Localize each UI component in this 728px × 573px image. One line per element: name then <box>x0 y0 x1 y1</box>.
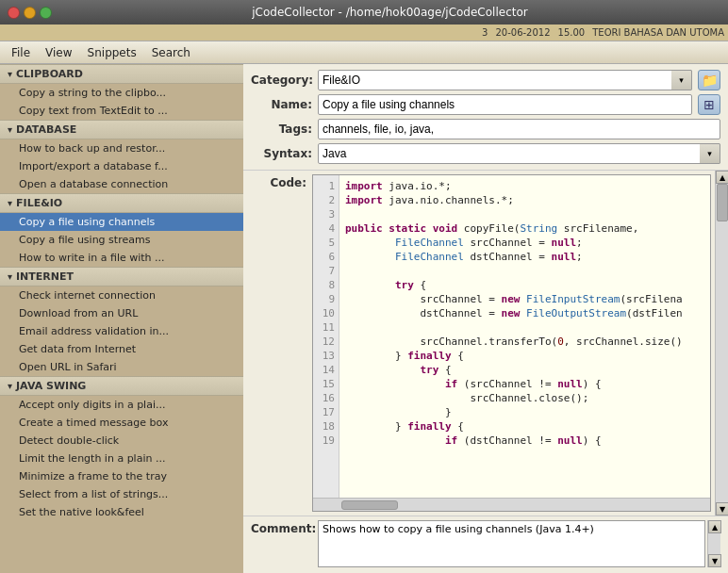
category-select-wrapper: ▾ <box>318 70 692 90</box>
syntax-select-wrapper: ▾ <box>318 143 720 164</box>
comment-scrollbar[interactable]: ▲ ▼ <box>707 520 720 567</box>
tags-label: Tags: <box>251 123 312 136</box>
category-label: Category: <box>251 74 312 87</box>
sidebar-item-copy-text[interactable]: Copy text from TextEdit to ... <box>0 102 243 120</box>
sidebar-item-backup[interactable]: How to back up and restor... <box>0 139 243 157</box>
sidebar-wrapper: CLIPBOARD Copy a string to the clipbo...… <box>0 64 243 573</box>
window-title: jCodeCollector - /home/hok00age/jCodeCol… <box>59 6 720 19</box>
sidebar-item-download-url[interactable]: Download from an URL <box>0 304 243 322</box>
scroll-up-button[interactable]: ▲ <box>716 171 728 184</box>
sidebar-item-write-file[interactable]: How to write in a file with ... <box>0 249 243 267</box>
sidebar: CLIPBOARD Copy a string to the clipbo...… <box>0 64 243 573</box>
sidebar-item-double-click[interactable]: Detect double-click <box>0 432 243 450</box>
comment-section: Comment: Shows how to copy a file using … <box>243 516 728 573</box>
syntax-row: Syntax: ▾ <box>251 143 720 164</box>
titlebar: jCodeCollector - /home/hok00age/jCodeCol… <box>0 0 728 25</box>
sidebar-item-open-url[interactable]: Open URL in Safari <box>0 358 243 376</box>
line-num-1: 1 <box>317 179 335 193</box>
category-row: Category: ▾ 📁 <box>251 70 720 90</box>
taskbar-time: 15.00 <box>558 27 586 38</box>
menu-view[interactable]: View <box>38 44 79 61</box>
right-panel: Category: ▾ 📁 Name: ⊞ Tags: Syntax: <box>243 64 728 573</box>
line-num-12: 12 <box>317 335 335 349</box>
sidebar-item-timed-msg[interactable]: Create a timed message box <box>0 414 243 432</box>
line-num-15: 15 <box>317 377 335 391</box>
name-input[interactable] <box>318 94 692 115</box>
horizontal-scrollbar[interactable] <box>313 498 710 511</box>
sidebar-item-db-connection[interactable]: Open a database connection <box>0 175 243 193</box>
taskbar-strip: 3 20-06-2012 15.00 TEORI BAHASA DAN UTOM… <box>0 25 728 41</box>
form-area: Category: ▾ 📁 Name: ⊞ Tags: Syntax: <box>243 64 728 171</box>
line-num-10: 10 <box>317 306 335 320</box>
sidebar-item-get-data[interactable]: Get data from Internet <box>0 340 243 358</box>
syntax-dropdown-arrow[interactable]: ▾ <box>700 143 720 164</box>
sidebar-item-native-look[interactable]: Set the native look&feel <box>0 503 243 521</box>
line-num-7: 7 <box>317 264 335 278</box>
sidebar-item-limit-length[interactable]: Limit the length in a plain ... <box>0 450 243 467</box>
line-num-11: 11 <box>317 320 335 335</box>
syntax-label: Syntax: <box>251 147 312 160</box>
close-button[interactable] <box>8 7 20 19</box>
menu-search[interactable]: Search <box>144 44 198 61</box>
comment-label: Comment: <box>251 520 312 567</box>
name-row: Name: ⊞ <box>251 94 720 115</box>
category-dropdown-arrow[interactable]: ▾ <box>671 70 692 90</box>
category-input[interactable] <box>318 70 692 90</box>
scroll-down-button[interactable]: ▼ <box>716 502 728 516</box>
line-num-18: 18 <box>317 419 335 434</box>
sidebar-item-check-internet[interactable]: Check internet connection <box>0 286 243 304</box>
code-label: Code: <box>251 171 312 516</box>
code-editor[interactable]: import java.io.*; import java.nio.channe… <box>339 175 710 498</box>
minimize-button[interactable] <box>24 7 36 19</box>
line-numbers: 1 2 3 4 5 6 7 8 9 10 11 12 13 14 <box>313 175 339 498</box>
window-controls <box>8 7 52 19</box>
name-icon-button[interactable]: ⊞ <box>698 94 720 115</box>
line-num-9: 9 <box>317 292 335 306</box>
taskbar-date: 20-06-2012 <box>495 27 550 38</box>
sidebar-group-internet: INTERNET <box>0 267 243 286</box>
sidebar-item-digits[interactable]: Accept only digits in a plai... <box>0 396 243 414</box>
line-num-3: 3 <box>317 207 335 221</box>
main-layout: CLIPBOARD Copy a string to the clipbo...… <box>0 64 728 573</box>
sidebar-item-email-validation[interactable]: Email address validation in... <box>0 322 243 340</box>
tags-row: Tags: <box>251 119 720 139</box>
code-vertical-scrollbar[interactable]: ▲ ▼ <box>715 171 728 516</box>
menu-snippets[interactable]: Snippets <box>80 44 144 61</box>
maximize-button[interactable] <box>40 7 52 19</box>
line-num-17: 17 <box>317 405 335 419</box>
menubar: File View Snippets Search <box>0 41 728 64</box>
sidebar-item-import-export[interactable]: Import/export a database f... <box>0 157 243 175</box>
line-num-2: 2 <box>317 193 335 207</box>
sidebar-item-select-list[interactable]: Select from a list of strings... <box>0 485 243 503</box>
taskbar-tab: 3 <box>482 27 488 38</box>
hscroll-thumb[interactable] <box>341 500 398 510</box>
scroll-thumb[interactable] <box>717 184 728 221</box>
line-num-13: 13 <box>317 349 335 363</box>
tags-input[interactable] <box>318 119 720 139</box>
comment-scroll-up[interactable]: ▲ <box>708 520 721 533</box>
sidebar-item-copy-string[interactable]: Copy a string to the clipbo... <box>0 84 243 102</box>
name-label: Name: <box>251 98 312 111</box>
line-num-14: 14 <box>317 363 335 377</box>
sidebar-item-copy-channels[interactable]: Copy a file using channels <box>0 213 243 231</box>
sidebar-group-database: DATABASE <box>0 120 243 139</box>
scroll-track <box>716 184 728 502</box>
sidebar-group-clipboard: CLIPBOARD <box>0 64 243 84</box>
line-num-4: 4 <box>317 221 335 236</box>
sidebar-group-javaswing: JAVA SWING <box>0 376 243 396</box>
sidebar-group-fileio: FILE&IO <box>0 193 243 213</box>
line-num-5: 5 <box>317 236 335 250</box>
code-scroll-area[interactable]: 1 2 3 4 5 6 7 8 9 10 11 12 13 14 <box>313 175 710 498</box>
syntax-input[interactable] <box>318 143 720 164</box>
line-num-19: 19 <box>317 434 335 448</box>
code-section: Code: 1 2 3 4 5 6 7 8 9 10 11 <box>243 171 728 516</box>
sidebar-item-minimize-tray[interactable]: Minimize a frame to the tray <box>0 467 243 485</box>
comment-scroll-track <box>708 533 720 554</box>
code-container: 1 2 3 4 5 6 7 8 9 10 11 12 13 14 <box>312 174 711 512</box>
comment-textarea[interactable]: Shows how to copy a file using channels … <box>318 520 705 567</box>
taskbar-label: TEORI BAHASA DAN UTOMA <box>592 27 724 38</box>
sidebar-item-copy-streams[interactable]: Copy a file using streams <box>0 231 243 249</box>
comment-scroll-down[interactable]: ▼ <box>708 554 721 567</box>
menu-file[interactable]: File <box>4 44 38 61</box>
category-icon-button[interactable]: 📁 <box>698 70 720 90</box>
